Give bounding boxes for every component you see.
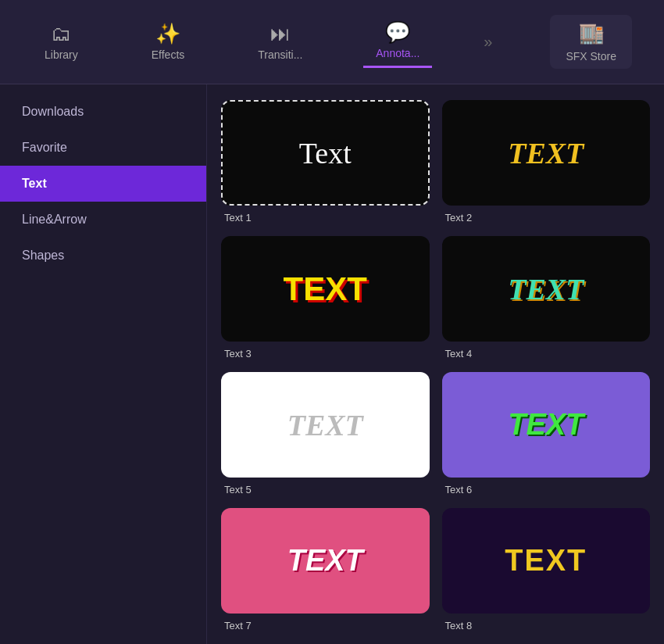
list-item[interactable]: TEXT Text 7 xyxy=(221,508,430,631)
text1-thumbnail: Text xyxy=(221,100,430,206)
nav-item-transitions[interactable]: ⏭ Transiti... xyxy=(245,17,315,67)
list-item[interactable]: TEXT Text 8 xyxy=(442,508,651,631)
nav-item-sfx-store[interactable]: 🏬 SFX Store xyxy=(550,15,632,69)
text7-preview: TEXT xyxy=(287,544,363,578)
transitions-icon: ⏭ xyxy=(270,23,291,44)
text5-label: Text 5 xyxy=(221,484,430,496)
list-item[interactable]: TEXT Text 3 xyxy=(221,236,430,360)
text3-label: Text 3 xyxy=(221,348,430,360)
nav-item-annotations[interactable]: 💬 Annota... xyxy=(363,16,432,68)
text5-thumbnail: TEXT xyxy=(221,372,430,478)
text8-preview: TEXT xyxy=(505,544,587,578)
list-item[interactable]: TEXT Text 6 xyxy=(442,372,651,496)
text-styles-grid: Text Text 1 TEXT Text 2 TEXT Text 3 xyxy=(221,100,650,631)
text6-preview: TEXT xyxy=(508,408,584,442)
text2-thumbnail: TEXT xyxy=(442,100,651,206)
sidebar-item-downloads[interactable]: Downloads xyxy=(0,94,206,130)
sidebar-item-favorite[interactable]: Favorite xyxy=(0,130,206,166)
text6-thumbnail: TEXT xyxy=(442,372,651,478)
top-nav: 🗂 Library ✨ Effects ⏭ Transiti... 💬 Anno… xyxy=(0,0,664,84)
nav-label-effects: Effects xyxy=(152,48,185,61)
text7-label: Text 7 xyxy=(221,620,430,631)
sidebar-item-line-arrow[interactable]: Line&Arrow xyxy=(0,202,206,238)
nav-label-library: Library xyxy=(45,48,78,61)
text2-label: Text 2 xyxy=(442,212,651,224)
text5-preview: TEXT xyxy=(287,408,363,442)
nav-label-sfx-store: SFX Store xyxy=(566,50,616,63)
text1-preview: Text xyxy=(299,136,352,170)
annotations-icon: 💬 xyxy=(385,22,410,42)
text4-thumbnail: TEXT xyxy=(442,236,651,342)
text4-preview: TEXT xyxy=(508,272,584,306)
nav-items: 🗂 Library ✨ Effects ⏭ Transiti... 💬 Anno… xyxy=(8,15,656,69)
main-layout: Downloads Favorite Text Line&Arrow Shape… xyxy=(0,84,664,644)
list-item[interactable]: TEXT Text 2 xyxy=(442,100,651,224)
nav-label-annotations: Annota... xyxy=(376,47,419,59)
text3-thumbnail: TEXT xyxy=(221,236,430,342)
nav-label-transitions: Transiti... xyxy=(258,48,302,61)
effects-icon: ✨ xyxy=(155,23,180,44)
text1-label: Text 1 xyxy=(221,212,430,224)
list-item[interactable]: Text Text 1 xyxy=(221,100,430,224)
text6-label: Text 6 xyxy=(442,484,651,496)
content-area: Text Text 1 TEXT Text 2 TEXT Text 3 xyxy=(207,84,664,644)
text8-label: Text 8 xyxy=(442,620,651,631)
nav-item-effects[interactable]: ✨ Effects xyxy=(139,17,198,67)
nav-more-button[interactable]: » xyxy=(480,33,495,51)
sidebar: Downloads Favorite Text Line&Arrow Shape… xyxy=(0,84,207,644)
text2-preview: TEXT xyxy=(508,136,584,170)
text4-label: Text 4 xyxy=(442,348,651,360)
sfx-store-icon: 🏬 xyxy=(579,21,604,45)
sidebar-item-shapes[interactable]: Shapes xyxy=(0,238,206,274)
library-icon: 🗂 xyxy=(51,23,71,44)
text8-thumbnail: TEXT xyxy=(442,508,651,614)
text3-preview: TEXT xyxy=(284,270,367,308)
text7-thumbnail: TEXT xyxy=(221,508,430,614)
sidebar-item-text[interactable]: Text xyxy=(0,166,206,202)
list-item[interactable]: TEXT Text 4 xyxy=(442,236,651,360)
nav-item-library[interactable]: 🗂 Library xyxy=(32,17,91,67)
list-item[interactable]: TEXT Text 5 xyxy=(221,372,430,496)
